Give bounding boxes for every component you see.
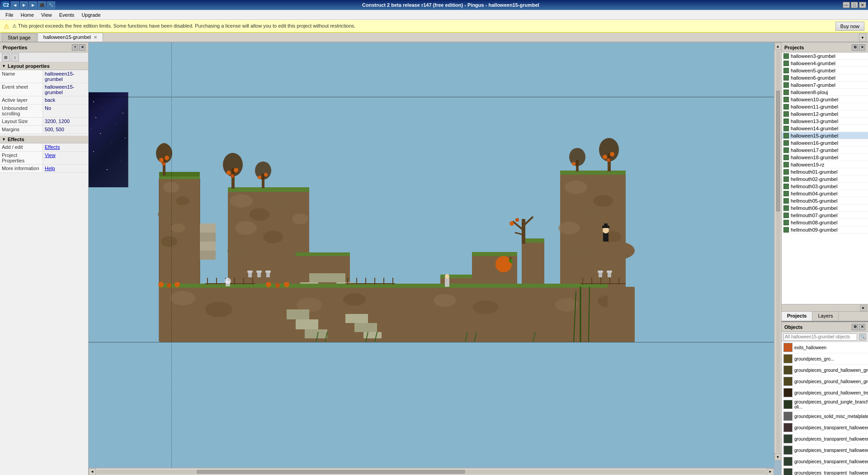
object-item-gp6[interactable]: groundpieces_solid_misc_metalplate_larg.… bbox=[782, 411, 868, 422]
object-item-gp5[interactable]: groundpieces_ground_jungle_branch5 oli..… bbox=[782, 399, 868, 411]
project-item-h7[interactable]: halloween7-grumbel bbox=[782, 81, 868, 89]
projects-help-icon[interactable]: ⚙ bbox=[852, 44, 858, 51]
projects-list[interactable]: halloween3-grumbel halloween4-grumbel ha… bbox=[782, 52, 868, 304]
tab-projects[interactable]: Projects bbox=[782, 312, 812, 321]
canvas-scroll-area[interactable]: ▲ ▼ bbox=[89, 43, 781, 468]
project-item-hm09[interactable]: hellmouth09-grumbel bbox=[782, 226, 868, 233]
prop-addedit-value[interactable]: Effects bbox=[43, 143, 88, 151]
object-thumb bbox=[783, 366, 793, 375]
menu-home[interactable]: Home bbox=[17, 11, 38, 19]
layout-props-toggle[interactable]: ▼ bbox=[2, 64, 6, 68]
project-item-hm01[interactable]: hellmouth01-grumbel bbox=[782, 168, 868, 176]
project-item-h11[interactable]: halloween11-grumbel bbox=[782, 103, 868, 110]
toolbar-fwd[interactable]: ▶ bbox=[20, 1, 28, 9]
object-item-gp9[interactable]: groundpieces_transparent_halloween_gr... bbox=[782, 445, 868, 456]
object-item-gp8[interactable]: groundpieces_transparent_halloween_gr... bbox=[782, 433, 868, 445]
objects-list[interactable]: exits_halloween groundpieces_gro... grou… bbox=[782, 342, 868, 475]
svg-point-8 bbox=[171, 223, 185, 233]
vertical-scrollbar[interactable]: ▲ ▼ bbox=[774, 43, 781, 461]
vscroll-up-button[interactable]: ▲ bbox=[774, 43, 782, 50]
menu-view[interactable]: View bbox=[38, 11, 56, 19]
vscroll-thumb[interactable] bbox=[776, 91, 780, 211]
project-item-hm05[interactable]: hellmouth05-grumbel bbox=[782, 197, 868, 204]
project-item-h8[interactable]: halloween8-plouj bbox=[782, 89, 868, 96]
object-item-gp2[interactable]: groundpieces_ground_halloween_ground... bbox=[782, 365, 868, 376]
project-item-hm06[interactable]: hellmouth06-grumbel bbox=[782, 204, 868, 212]
tab-halloween15[interactable]: halloween15-grumbel ✕ bbox=[38, 33, 103, 42]
project-item-hm04[interactable]: hellmouth04-grumbel bbox=[782, 190, 868, 197]
object-name: groundpieces_transparent_halloween_gr... bbox=[794, 470, 868, 475]
project-item-h4[interactable]: halloween4-grumbel bbox=[782, 60, 868, 67]
project-item-hm03[interactable]: hellmouth03-grumbel bbox=[782, 183, 868, 190]
minimize-button[interactable]: — bbox=[843, 2, 850, 8]
close-button[interactable]: ✕ bbox=[859, 2, 866, 8]
projects-close-icon[interactable]: ✕ bbox=[859, 44, 865, 51]
prop-name-row: Name halloween15-grumbel bbox=[0, 70, 88, 83]
objects-header-icons: ⚙ ✕ bbox=[852, 324, 865, 330]
svg-rect-70 bbox=[560, 171, 626, 175]
right-scroll-right[interactable]: ► bbox=[860, 305, 867, 311]
buy-now-button[interactable]: Buy now bbox=[835, 22, 864, 31]
effects-toggle[interactable]: ▼ bbox=[2, 137, 6, 142]
objects-gear-icon[interactable]: ⚙ bbox=[852, 324, 858, 330]
project-item-hm07[interactable]: hellmouth07-grumbel bbox=[782, 212, 868, 219]
toolbar-stop[interactable]: ⬛ bbox=[38, 1, 46, 9]
project-item-hm08[interactable]: hellmouth08-grumbel bbox=[782, 219, 868, 226]
prop-projprops-value[interactable]: View bbox=[43, 152, 88, 164]
objects-filter-input[interactable] bbox=[783, 333, 857, 341]
project-item-h3[interactable]: halloween3-grumbel bbox=[782, 52, 868, 60]
properties-content: ▼ Layout properties Name halloween15-gru… bbox=[0, 62, 88, 475]
project-item-h16[interactable]: halloween16-grumbel bbox=[782, 139, 868, 147]
project-item-h15[interactable]: halloween15-grumbel bbox=[782, 132, 868, 139]
object-item-gp11[interactable]: groundpieces_transparent_halloween_gr... bbox=[782, 467, 868, 475]
tab-start-page[interactable]: Start page bbox=[2, 33, 37, 42]
project-item-h6[interactable]: halloween6-grumbel bbox=[782, 74, 868, 81]
objects-filter-icon[interactable]: 🔍 bbox=[859, 333, 866, 341]
menu-file[interactable]: File bbox=[2, 11, 17, 19]
hscroll-thumb[interactable] bbox=[197, 470, 465, 474]
object-item-gp3[interactable]: groundpieces_ground_halloween_ground... bbox=[782, 376, 868, 387]
tab-dropdown[interactable]: ▼ bbox=[859, 33, 866, 42]
hscroll-right-button[interactable]: ► bbox=[767, 468, 774, 475]
project-item-h5[interactable]: halloween5-grumbel bbox=[782, 67, 868, 74]
prop-margins-value: 500, 500 bbox=[43, 126, 88, 133]
project-item-h10[interactable]: halloween10-grumbel bbox=[782, 96, 868, 103]
project-icon bbox=[783, 205, 789, 211]
properties-close-icon[interactable]: ✕ bbox=[79, 44, 85, 51]
objects-close-icon[interactable]: ✕ bbox=[859, 324, 865, 330]
toolbar-back[interactable]: ◀ bbox=[11, 1, 19, 9]
object-item-exits[interactable]: exits_halloween bbox=[782, 342, 868, 353]
hscroll-left-button[interactable]: ◄ bbox=[89, 468, 96, 475]
object-item-gp4[interactable]: groundpieces_ground_halloween_tree2o... bbox=[782, 387, 868, 399]
project-item-h19[interactable]: halloween19-rz bbox=[782, 161, 868, 168]
object-thumb bbox=[783, 343, 793, 352]
prop-sort-cat[interactable]: ↕ bbox=[11, 53, 19, 62]
object-item-gp1[interactable]: groundpieces_gro... bbox=[782, 353, 868, 365]
maximize-button[interactable]: □ bbox=[851, 2, 858, 8]
toolbar-debug[interactable]: 🔧 bbox=[47, 1, 55, 9]
project-item-h12[interactable]: halloween12-grumbel bbox=[782, 110, 868, 118]
project-item-h14[interactable]: halloween14-grumbel bbox=[782, 125, 868, 132]
properties-toolbar: ⊞ ↕ bbox=[0, 52, 88, 62]
tab-layers[interactable]: Layers bbox=[812, 312, 839, 321]
object-item-gp7[interactable]: groundpieces_transparent_halloween_ca... bbox=[782, 422, 868, 433]
vscroll-down-button[interactable]: ▼ bbox=[774, 453, 782, 461]
toolbar-run[interactable]: ▶ bbox=[29, 1, 37, 9]
project-item-h17[interactable]: halloween17-grumbel bbox=[782, 147, 868, 154]
object-item-gp10[interactable]: groundpieces_transparent_halloween_gr... bbox=[782, 456, 868, 467]
menu-events[interactable]: Events bbox=[56, 11, 78, 19]
tab-halloween15-close[interactable]: ✕ bbox=[94, 35, 97, 40]
prop-sort-alpha[interactable]: ⊞ bbox=[2, 53, 10, 62]
project-item-h13[interactable]: halloween13-grumbel bbox=[782, 118, 868, 125]
level-canvas[interactable] bbox=[89, 43, 774, 468]
prop-moreinfo-value[interactable]: Help bbox=[43, 165, 88, 172]
project-item-h18[interactable]: halloween18-grumbel bbox=[782, 154, 868, 161]
projects-panel: Projects ⚙ ✕ halloween3-grumbel hallowee… bbox=[782, 43, 868, 321]
menu-upgrade[interactable]: Upgrade bbox=[78, 11, 104, 19]
object-thumb bbox=[783, 468, 793, 475]
horizontal-scrollbar[interactable]: ◄ ► bbox=[89, 468, 774, 475]
project-item-hm02[interactable]: hellmouth02-grumbel bbox=[782, 176, 868, 183]
properties-help-icon[interactable]: ? bbox=[72, 44, 78, 51]
project-icon bbox=[783, 220, 789, 225]
svg-point-40 bbox=[223, 153, 243, 176]
